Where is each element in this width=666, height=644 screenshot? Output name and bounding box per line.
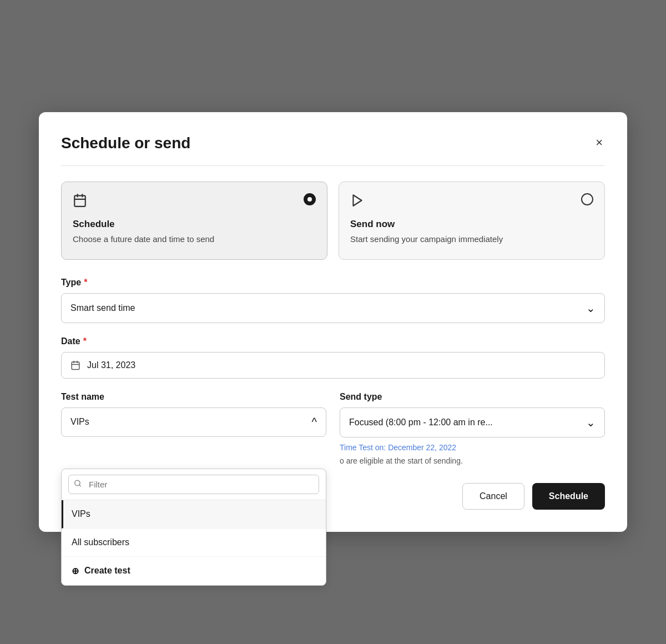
send-type-label: Send type [340,392,605,402]
test-name-dropdown: VIPs All subscribers ⊕ Create test [61,469,326,586]
send-type-select[interactable]: Focused (8:00 pm - 12:00 am in re... ⌄ [340,407,605,437]
send-now-radio[interactable] [581,193,593,205]
schedule-option-card[interactable]: Schedule Choose a future date and time t… [61,182,327,260]
modal-overlay: Schedule or send × [0,0,666,644]
dropdown-item-create-test[interactable]: ⊕ Create test [62,557,326,585]
option-cards: Schedule Choose a future date and time t… [61,182,605,260]
test-name-label: Test name [61,392,326,402]
filter-input[interactable] [68,475,319,494]
type-required: * [84,278,87,288]
date-required: * [83,336,87,346]
schedule-card-desc: Choose a future date and time to send [73,233,316,246]
cancel-button[interactable]: Cancel [462,483,524,510]
test-name-chevron-icon: ^ [312,416,317,429]
send-now-card-top [350,193,593,211]
schedule-button[interactable]: Schedule [532,483,605,510]
modal-title: Schedule or send [61,134,190,152]
test-sendtype-row: Test name VIPs ^ [61,392,605,465]
modal-header: Schedule or send × [61,134,605,152]
dropdown-filter-section [62,469,326,500]
schedule-radio[interactable] [304,193,316,205]
svg-line-10 [79,485,81,486]
header-divider [61,165,605,166]
send-now-icon [350,193,365,211]
test-name-select[interactable]: VIPs ^ [61,407,326,437]
send-now-option-card[interactable]: Send now Start sending your campaign imm… [339,182,605,260]
create-test-icon: ⊕ [72,566,79,576]
svg-rect-5 [72,362,79,370]
eligibility-text: o are eligible at the start of sending. [340,456,605,465]
type-select[interactable]: Smart send time ⌄ [61,293,605,323]
send-type-info: Time Test on: December 22, 2022 [340,443,605,452]
send-now-card-desc: Start sending your campaign immediately [350,233,593,246]
schedule-card-title: Schedule [73,219,316,230]
schedule-card-top [73,193,316,211]
filter-search-icon [74,480,82,489]
type-section: Type * Smart send time ⌄ [61,278,605,323]
schedule-or-send-modal: Schedule or send × [39,112,627,532]
filter-wrapper [68,475,319,494]
date-section: Date * Jul 31, 2023 [61,336,605,379]
send-type-chevron-icon: ⌄ [586,416,596,429]
date-input[interactable]: Jul 31, 2023 [61,352,605,379]
send-now-card-title: Send now [350,219,593,230]
close-button[interactable]: × [593,134,605,151]
type-chevron-icon: ⌄ [586,301,596,315]
type-label: Type * [61,278,605,288]
test-name-col: Test name VIPs ^ [61,392,326,465]
calendar-icon [70,360,80,370]
dropdown-item-vips[interactable]: VIPs [62,500,326,529]
date-label: Date * [61,336,605,346]
send-type-col: Send type Focused (8:00 pm - 12:00 am in… [340,392,605,465]
svg-marker-4 [353,195,361,207]
svg-rect-0 [74,196,85,207]
schedule-icon [73,193,87,211]
dropdown-item-all-subscribers[interactable]: All subscribers [62,529,326,557]
